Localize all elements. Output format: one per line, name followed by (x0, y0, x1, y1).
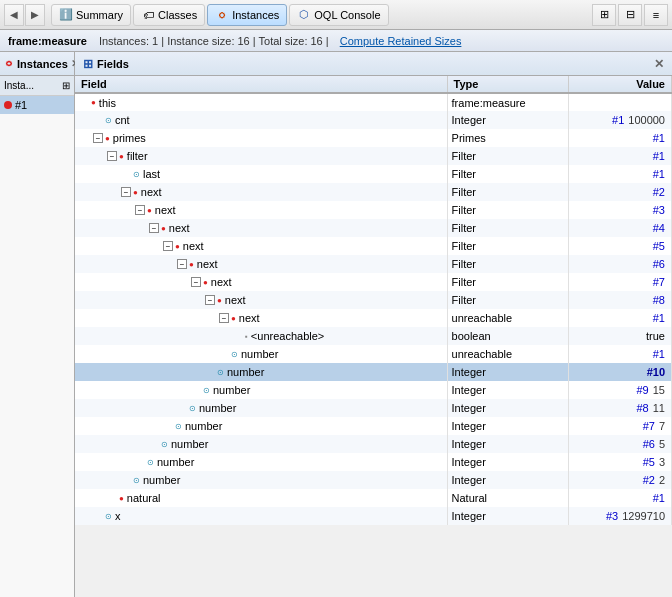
field-name-text: next (211, 276, 232, 288)
field-name-text: number (199, 402, 236, 414)
field-icon: ● (119, 494, 124, 503)
expand-btn[interactable]: − (149, 223, 159, 233)
fields-close-btn[interactable]: ✕ (654, 57, 664, 71)
table-row[interactable]: −●nextFilter#4 (75, 219, 672, 237)
frame-title: frame:measure (8, 35, 87, 47)
type-cell: Filter (447, 165, 569, 183)
table-row[interactable]: −●primesPrimes#1 (75, 129, 672, 147)
value-cell: #7 (569, 273, 672, 291)
table-row[interactable]: ⊙numberInteger#77 (75, 417, 672, 435)
field-icon: ⊙ (133, 170, 140, 179)
field-name-text: next (197, 258, 218, 270)
expand-btn[interactable]: − (205, 295, 215, 305)
tab-summary[interactable]: ℹ️ Summary (51, 4, 131, 26)
icon-btn-3[interactable]: ≡ (644, 4, 668, 26)
field-icon: ● (231, 314, 236, 323)
field-cell: −●next (75, 255, 447, 273)
expand-btn[interactable]: − (163, 241, 173, 251)
expand-btn[interactable]: − (93, 133, 103, 143)
field-cell: ⊙number (75, 471, 447, 489)
field-icon: ⊙ (217, 368, 224, 377)
table-row[interactable]: ▪<unreachable>booleantrue (75, 327, 672, 345)
value-cell: #53 (569, 453, 672, 471)
table-row[interactable]: −●nextFilter#2 (75, 183, 672, 201)
forward-button[interactable]: ▶ (25, 4, 45, 26)
expand-btn[interactable]: − (191, 277, 201, 287)
value-cell: #3 (569, 201, 672, 219)
field-cell: −●next (75, 183, 447, 201)
value-cell: #811 (569, 399, 672, 417)
table-row[interactable]: −●nextFilter#6 (75, 255, 672, 273)
fields-panel: ⊞ Fields ✕ Field Type Value ●thisframe:m… (75, 52, 672, 597)
expand-btn[interactable]: − (107, 151, 117, 161)
fields-table: Field Type Value ●thisframe:measure⊙cntI… (75, 76, 672, 525)
back-button[interactable]: ◀ (4, 4, 24, 26)
type-cell: Integer (447, 381, 569, 399)
value-cell: #915 (569, 381, 672, 399)
field-cell: ⊙last (75, 165, 447, 183)
table-row[interactable]: −●nextFilter#7 (75, 273, 672, 291)
table-row[interactable]: −●nextFilter#3 (75, 201, 672, 219)
table-row[interactable]: ⊙numberInteger#10 (75, 363, 672, 381)
value-cell: #10 (569, 363, 672, 381)
icon-btn-1[interactable]: ⊞ (592, 4, 616, 26)
instances-panel-tab: ⭘ Instances ✕ (0, 52, 74, 76)
type-cell: Filter (447, 201, 569, 219)
table-row[interactable]: ●thisframe:measure (75, 93, 672, 111)
tab-classes[interactable]: 🏷 Classes (133, 4, 205, 26)
expand-btn[interactable]: − (121, 187, 131, 197)
table-row[interactable]: ⊙lastFilter#1 (75, 165, 672, 183)
value-cell: #22 (569, 471, 672, 489)
table-row[interactable]: ●naturalNatural#1 (75, 489, 672, 507)
table-row[interactable]: −●nextFilter#5 (75, 237, 672, 255)
type-cell: Integer (447, 507, 569, 525)
field-cell: −●next (75, 201, 447, 219)
type-cell: unreachable (447, 345, 569, 363)
value-cell: true (569, 327, 672, 345)
table-row[interactable]: ⊙numberInteger#811 (75, 399, 672, 417)
instance-row-1[interactable]: #1 (0, 96, 74, 114)
instances-list-header: Insta... ⊞ (0, 76, 74, 96)
table-row[interactable]: ⊙numberunreachable#1 (75, 345, 672, 363)
instance-col-header: Insta... (4, 80, 34, 91)
table-row[interactable]: ⊙cntInteger#1100000 (75, 111, 672, 129)
type-cell: Filter (447, 219, 569, 237)
table-row[interactable]: ⊙numberInteger#915 (75, 381, 672, 399)
compute-retained-link[interactable]: Compute Retained Sizes (340, 35, 462, 47)
table-row[interactable]: ⊙numberInteger#22 (75, 471, 672, 489)
expand-btn[interactable]: − (135, 205, 145, 215)
col-type: Type (447, 76, 569, 93)
field-name-text: number (213, 384, 250, 396)
instances-header-btn[interactable]: ⊞ (62, 80, 70, 91)
field-cell: ●natural (75, 489, 447, 507)
col-value: Value (569, 76, 672, 93)
table-row[interactable]: ⊙numberInteger#65 (75, 435, 672, 453)
icon-btn-2[interactable]: ⊟ (618, 4, 642, 26)
field-cell: ⊙number (75, 399, 447, 417)
fields-icon: ⊞ (83, 57, 93, 71)
type-cell: boolean (447, 327, 569, 345)
field-cell: ⊙number (75, 435, 447, 453)
field-cell: ⊙x (75, 507, 447, 525)
expand-btn[interactable]: − (219, 313, 229, 323)
type-cell: Integer (447, 435, 569, 453)
field-name-text: next (141, 186, 162, 198)
expand-btn[interactable]: − (177, 259, 187, 269)
value-cell: #1 (569, 147, 672, 165)
field-name-text: this (99, 97, 116, 109)
table-row[interactable]: ⊙xInteger#31299710 (75, 507, 672, 525)
tab-instances[interactable]: ⭘ Instances (207, 4, 287, 26)
tab-oql[interactable]: ⬡ OQL Console (289, 4, 388, 26)
field-name-text: number (143, 474, 180, 486)
type-cell: Filter (447, 237, 569, 255)
table-row[interactable]: ⊙numberInteger#53 (75, 453, 672, 471)
type-cell: frame:measure (447, 93, 569, 111)
classes-label: Classes (158, 9, 197, 21)
table-row[interactable]: −●nextFilter#8 (75, 291, 672, 309)
type-cell: Filter (447, 273, 569, 291)
table-row[interactable]: −●filterFilter#1 (75, 147, 672, 165)
field-name-text: number (157, 456, 194, 468)
field-name-text: number (185, 420, 222, 432)
table-row[interactable]: −●nextunreachable#1 (75, 309, 672, 327)
instance-size: Instance size: 16 (167, 35, 250, 47)
